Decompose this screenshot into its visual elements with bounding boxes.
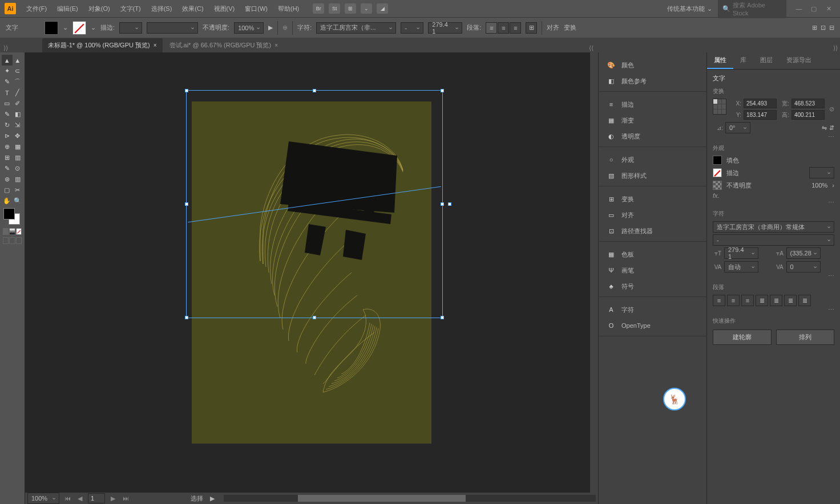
canvas-area[interactable]: 100% ⏮ ◀ ▶ ⏭ 选择 ▶ bbox=[25, 52, 598, 504]
panel-toggle-mid[interactable]: ⟨⟨ bbox=[589, 44, 593, 52]
resize-handle[interactable] bbox=[313, 89, 316, 92]
panel-align[interactable]: ▭对齐 bbox=[599, 207, 706, 223]
flip-h-icon[interactable]: ⇋ bbox=[822, 124, 827, 132]
stroke-weight-dropdown[interactable] bbox=[119, 22, 142, 34]
stroke-swatch[interactable] bbox=[713, 168, 722, 177]
rectangle-tool[interactable]: ▭ bbox=[2, 98, 13, 109]
close-icon[interactable]: × bbox=[274, 42, 278, 48]
brush-dropdown[interactable] bbox=[147, 22, 198, 34]
more-options-icon[interactable]: ⋯ bbox=[713, 199, 834, 206]
draw-behind[interactable] bbox=[9, 237, 15, 244]
font-family-dropdown[interactable]: 造字工房言宋（非... bbox=[316, 22, 396, 34]
swatch-dropdown-icon[interactable]: ⌄ bbox=[91, 24, 96, 31]
panel-appearance[interactable]: ○外观 bbox=[599, 152, 706, 168]
document-tab[interactable]: 未标题-1* @ 100% (RGB/GPU 预览) × bbox=[42, 38, 163, 52]
panel-pathfinder[interactable]: ⊡路径查找器 bbox=[599, 223, 706, 239]
panel-gradient[interactable]: ▦渐变 bbox=[599, 112, 706, 128]
panel-color[interactable]: 🎨颜色 bbox=[599, 57, 706, 73]
panel-color-guide[interactable]: ◧颜色参考 bbox=[599, 73, 706, 89]
line-tool[interactable]: ╱ bbox=[13, 87, 23, 98]
vertical-scrollbar[interactable] bbox=[590, 52, 598, 493]
transform-label[interactable]: 变换 bbox=[564, 23, 576, 32]
align-panel-icon[interactable]: ⊞ bbox=[526, 22, 537, 34]
workspace-switcher[interactable]: 传统基本功能 ⌄ bbox=[667, 5, 712, 13]
mesh-tool[interactable]: ⊞ bbox=[2, 152, 13, 163]
free-transform-tool[interactable]: ✥ bbox=[13, 131, 23, 141]
draw-normal[interactable] bbox=[3, 237, 9, 244]
artboard-prev[interactable]: ◀ bbox=[75, 494, 84, 503]
rotate-tool[interactable]: ↻ bbox=[2, 120, 13, 131]
menu-view[interactable]: 视图(V) bbox=[209, 2, 240, 15]
w-input[interactable] bbox=[791, 99, 825, 108]
gradient-mode[interactable] bbox=[9, 228, 15, 235]
perspective-tool[interactable]: ▦ bbox=[13, 141, 23, 152]
opacity-dropdown[interactable]: 100% bbox=[234, 22, 264, 34]
tracking-input[interactable]: 0 bbox=[786, 261, 821, 273]
artboard-index[interactable] bbox=[88, 493, 105, 503]
magic-wand-tool[interactable]: ✦ bbox=[2, 66, 13, 76]
selection-bounding-box[interactable] bbox=[186, 90, 443, 318]
tab-layers[interactable]: 图层 bbox=[753, 52, 780, 69]
zoom-dropdown[interactable]: 100% bbox=[27, 493, 59, 504]
angle-dropdown[interactable]: 0° bbox=[725, 122, 750, 133]
align-left[interactable]: ≡ bbox=[713, 295, 725, 306]
menu-file[interactable]: 文件(F) bbox=[22, 2, 51, 15]
tab-asset-export[interactable]: 资源导出 bbox=[780, 52, 818, 69]
none-mode[interactable] bbox=[16, 228, 22, 235]
more-options-icon[interactable]: ⋯ bbox=[713, 273, 834, 280]
artboard[interactable] bbox=[192, 101, 431, 444]
menu-help[interactable]: 帮助(H) bbox=[273, 2, 304, 15]
arrow-icon[interactable]: › bbox=[832, 182, 834, 189]
dropdown-icon[interactable]: ⌄ bbox=[361, 3, 372, 14]
link-wh-icon[interactable]: ⊘ bbox=[829, 105, 834, 113]
resize-handle[interactable] bbox=[441, 202, 444, 206]
justify-right[interactable]: ≣ bbox=[784, 295, 797, 306]
more-icon[interactable]: ⊟ bbox=[829, 24, 834, 31]
panel-symbols[interactable]: ♣符号 bbox=[599, 278, 706, 294]
horizontal-scrollbar[interactable] bbox=[224, 495, 596, 502]
opacity-swatch[interactable] bbox=[713, 181, 722, 190]
font-style-dropdown[interactable]: - bbox=[713, 234, 834, 246]
symbol-sprayer-tool[interactable]: ⊛ bbox=[2, 174, 13, 185]
create-outlines-button[interactable]: 建轮廓 bbox=[713, 330, 772, 345]
stroke-weight-dropdown[interactable] bbox=[809, 167, 834, 178]
h-input[interactable] bbox=[791, 110, 825, 120]
recolor-icon[interactable]: ⊕ bbox=[282, 24, 288, 31]
fill-swatch[interactable] bbox=[713, 156, 722, 165]
hand-tool[interactable]: ✋ bbox=[2, 196, 13, 206]
swatch-dropdown-icon[interactable]: ⌄ bbox=[63, 24, 68, 31]
paintbrush-tool[interactable]: ✐ bbox=[13, 98, 23, 109]
justify-all[interactable]: ≣ bbox=[798, 295, 811, 306]
tab-libraries[interactable]: 库 bbox=[733, 52, 753, 69]
direct-selection-tool[interactable]: ▲ bbox=[13, 55, 23, 66]
panel-toggle-left[interactable]: ⟩⟩ bbox=[3, 44, 8, 52]
arrange-docs-icon[interactable]: ⊞ bbox=[345, 3, 356, 14]
shape-builder-tool[interactable]: ⊕ bbox=[2, 141, 13, 152]
search-stock-input[interactable]: 🔍 搜索 Adobe Stock bbox=[718, 0, 786, 18]
align-center[interactable]: ≡ bbox=[727, 295, 740, 306]
eyedropper-tool[interactable]: ✎ bbox=[2, 163, 13, 174]
panel-opentype[interactable]: OOpenType bbox=[599, 318, 706, 334]
status-arrow-icon[interactable]: ▶ bbox=[210, 495, 215, 502]
panel-graphic-styles[interactable]: ▧图形样式 bbox=[599, 168, 706, 184]
resize-handle[interactable] bbox=[441, 89, 444, 92]
window-maximize[interactable]: ▢ bbox=[807, 2, 821, 15]
font-style-dropdown[interactable]: - bbox=[401, 22, 423, 34]
align-right[interactable]: ≡ bbox=[741, 295, 754, 306]
resize-handle[interactable] bbox=[313, 316, 316, 319]
panel-character[interactable]: A字符 bbox=[599, 302, 706, 318]
blend-tool[interactable]: ⊙ bbox=[13, 163, 23, 174]
x-input[interactable] bbox=[744, 99, 777, 108]
type-tool[interactable]: T bbox=[2, 87, 13, 98]
menu-window[interactable]: 窗口(W) bbox=[240, 2, 272, 15]
stroke-swatch[interactable] bbox=[72, 21, 86, 35]
more-options-icon[interactable]: ⋯ bbox=[713, 133, 834, 141]
curvature-tool[interactable]: ⌒ bbox=[13, 76, 23, 87]
menu-effect[interactable]: 效果(C) bbox=[177, 2, 208, 15]
close-icon[interactable]: × bbox=[154, 42, 157, 48]
resize-handle[interactable] bbox=[441, 316, 444, 319]
fill-swatch[interactable] bbox=[45, 21, 58, 35]
window-close[interactable]: ✕ bbox=[822, 2, 835, 15]
width-tool[interactable]: ⊳ bbox=[2, 131, 13, 141]
menu-object[interactable]: 对象(O) bbox=[84, 2, 115, 15]
